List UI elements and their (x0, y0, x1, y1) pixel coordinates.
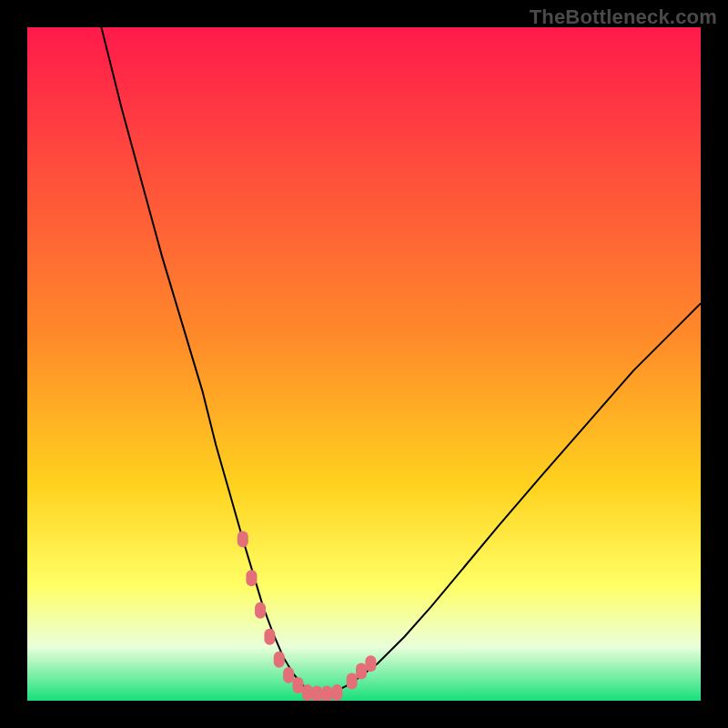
plot-area (27, 27, 701, 701)
highlight-marker (255, 602, 266, 619)
watermark-text: TheBottleneck.com (530, 5, 717, 29)
chart-svg (27, 27, 701, 701)
highlight-marker (238, 531, 248, 547)
highlight-marker (347, 673, 358, 690)
highlight-marker (365, 655, 376, 672)
highlight-marker (311, 686, 322, 701)
highlight-marker (302, 684, 313, 701)
highlight-marker (274, 652, 285, 668)
highlight-marker (283, 667, 294, 683)
highlight-marker (246, 570, 257, 586)
highlight-marker (264, 629, 275, 645)
highlight-marker (356, 662, 367, 679)
highlight-marker (292, 677, 303, 693)
gradient-background (27, 27, 701, 701)
chart-frame: TheBottleneck.com (0, 0, 728, 728)
highlight-marker (331, 684, 342, 701)
highlight-marker (321, 686, 332, 701)
